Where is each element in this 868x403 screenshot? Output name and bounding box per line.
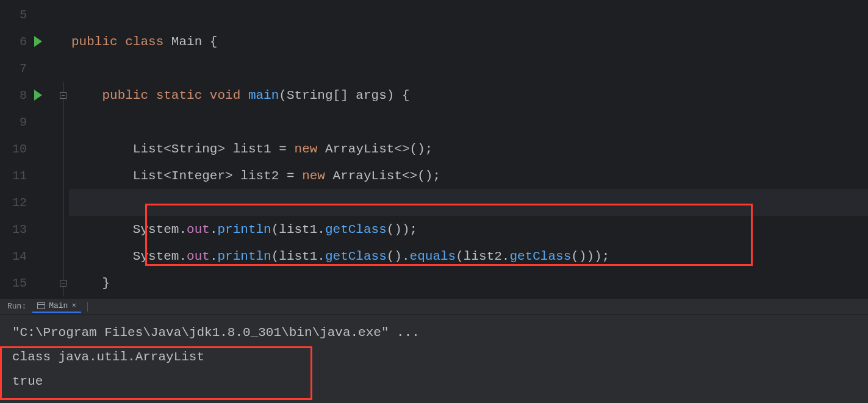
code-token: void xyxy=(210,88,248,102)
code-token: List xyxy=(133,142,163,156)
code-line[interactable] xyxy=(69,109,868,135)
console-output[interactable]: "C:\Program Files\Java\jdk1.8.0_301\bin\… xyxy=(0,315,868,400)
fold-row xyxy=(58,243,68,269)
code-token: ( xyxy=(456,249,464,263)
fold-toggle-icon[interactable] xyxy=(60,280,66,287)
code-token: String xyxy=(171,142,218,156)
line-number: 10 xyxy=(11,142,27,156)
fold-row xyxy=(58,109,68,135)
code-token: new xyxy=(302,169,332,183)
code-token: ()); xyxy=(387,223,417,237)
gutter-row[interactable]: 13 xyxy=(0,216,58,243)
console-line: true xyxy=(12,369,856,394)
code-token: list1 xyxy=(233,142,279,156)
code-area[interactable]: public class Main { public static void m… xyxy=(69,0,868,299)
code-line[interactable] xyxy=(69,1,868,28)
code-token: > xyxy=(225,169,240,183)
code-token: getClass xyxy=(509,249,571,263)
close-icon[interactable]: × xyxy=(71,301,76,310)
code-line[interactable]: List<Integer> list2 = new ArrayList<>(); xyxy=(69,162,868,189)
code-token xyxy=(71,88,102,102)
console-line: class java.util.ArrayList xyxy=(12,345,856,369)
code-line[interactable]: System.out.println(list1.getClass().equa… xyxy=(69,243,868,269)
code-token: class xyxy=(125,35,171,49)
run-panel-header: Run: Main × xyxy=(0,299,868,315)
code-token: out xyxy=(187,223,210,237)
code-token: ) xyxy=(387,88,402,102)
gutter-row[interactable]: 5 xyxy=(0,1,58,28)
code-token: (); xyxy=(417,169,440,183)
gutter-row[interactable]: 7 xyxy=(0,55,58,82)
code-token: = xyxy=(279,142,294,156)
code-token: list2 xyxy=(240,169,287,183)
gutter: 56789101112131415 xyxy=(0,0,58,299)
code-token xyxy=(71,169,133,183)
gutter-row[interactable]: 6 xyxy=(0,28,58,55)
code-token: list2 xyxy=(464,249,502,263)
run-panel: Run: Main × "C:\Program Files\Java\jdk1.… xyxy=(0,299,868,403)
code-token: ( xyxy=(271,249,279,263)
fold-row xyxy=(58,1,68,28)
gutter-row[interactable]: 12 xyxy=(0,189,58,216)
code-token: { xyxy=(402,88,410,102)
code-token xyxy=(71,276,102,290)
code-token: ArrayList xyxy=(333,169,402,183)
fold-row xyxy=(58,28,68,55)
code-token: = xyxy=(287,169,302,183)
code-line[interactable]: public static void main(String[] args) { xyxy=(69,82,868,109)
code-token: . xyxy=(502,249,510,263)
code-token: Integer xyxy=(171,169,225,183)
fold-row xyxy=(58,135,68,162)
code-token: . xyxy=(179,249,187,263)
code-token xyxy=(71,142,133,156)
code-token: > xyxy=(217,142,232,156)
code-line[interactable]: public class Main { xyxy=(69,28,868,55)
fold-row xyxy=(58,82,68,109)
run-icon[interactable] xyxy=(34,36,42,47)
gutter-row[interactable]: 14 xyxy=(0,243,58,269)
fold-row xyxy=(58,55,68,82)
gutter-row[interactable]: 10 xyxy=(0,135,58,162)
code-token: println xyxy=(217,223,271,237)
run-icon[interactable] xyxy=(34,90,42,101)
code-token: list1 xyxy=(279,249,317,263)
line-number: 9 xyxy=(11,115,27,129)
code-token: < xyxy=(163,169,171,183)
code-token: . xyxy=(317,249,325,263)
code-token: args xyxy=(356,88,386,102)
code-line[interactable]: System.out.println(list1.getClass()); xyxy=(69,216,868,243)
code-token: . xyxy=(317,223,325,237)
line-number: 12 xyxy=(11,196,27,210)
gutter-row[interactable]: 11 xyxy=(0,162,58,189)
line-number: 15 xyxy=(11,276,27,290)
gutter-row[interactable]: 15 xyxy=(0,269,58,296)
code-token: . xyxy=(210,223,218,237)
code-line[interactable] xyxy=(69,189,868,216)
line-number: 7 xyxy=(11,62,27,76)
code-editor[interactable]: 56789101112131415 public class Main { pu… xyxy=(0,0,868,299)
line-number: 13 xyxy=(11,223,27,237)
code-token: String xyxy=(287,88,333,102)
line-number: 8 xyxy=(11,88,27,102)
line-number: 5 xyxy=(11,8,27,22)
code-token: List xyxy=(133,169,163,183)
run-tab-main[interactable]: Main × xyxy=(32,300,81,313)
fold-row xyxy=(58,189,68,216)
fold-row xyxy=(58,216,68,243)
code-line[interactable]: } xyxy=(69,269,868,296)
application-icon xyxy=(37,302,45,309)
code-token: System xyxy=(133,249,179,263)
code-token: Main xyxy=(171,35,210,49)
line-number: 11 xyxy=(11,169,27,183)
code-line[interactable]: List<String> list1 = new ArrayList<>(); xyxy=(69,135,868,162)
run-tab-label: Main xyxy=(49,301,68,310)
code-token: ())); xyxy=(571,249,609,263)
code-token xyxy=(71,223,133,237)
code-line[interactable] xyxy=(69,55,868,82)
code-token: ( xyxy=(271,223,279,237)
console-line: "C:\Program Files\Java\jdk1.8.0_301\bin\… xyxy=(12,321,856,345)
gutter-row[interactable]: 8 xyxy=(0,82,58,109)
fold-toggle-icon[interactable] xyxy=(60,92,66,99)
code-token: println xyxy=(217,249,271,263)
gutter-row[interactable]: 9 xyxy=(0,109,58,135)
